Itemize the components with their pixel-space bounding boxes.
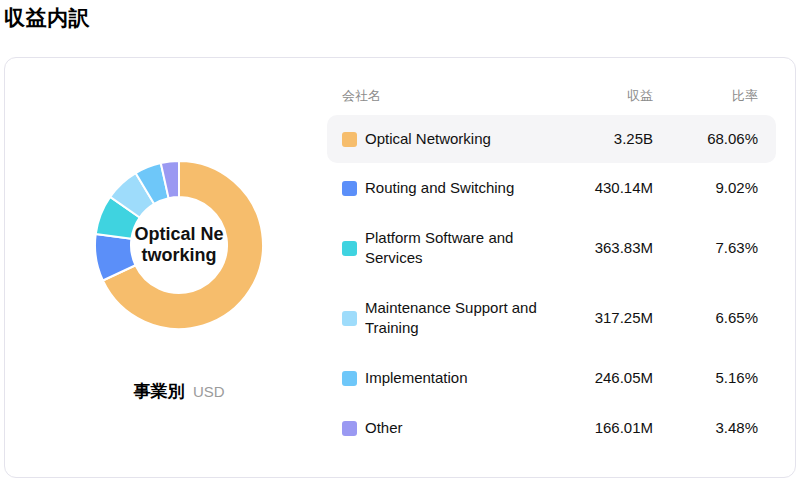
donut-center-label-line2: tworking <box>134 245 223 266</box>
breakdown-table: 会社名 収益 比率 Optical Networking 3.25B 68.06… <box>327 58 795 477</box>
segment-revenue: 3.25B <box>563 129 653 149</box>
segment-name: Platform Software and Services <box>365 228 563 268</box>
table-header-ratio: 比率 <box>653 87 758 105</box>
table-row[interactable]: Other 166.01M 3.48% <box>327 403 776 453</box>
donut-chart[interactable]: Optical Ne tworking <box>91 157 267 333</box>
chart-caption-label: 事業別 <box>133 382 184 401</box>
segment-revenue: 317.25M <box>563 308 653 328</box>
segment-revenue: 430.14M <box>563 178 653 198</box>
table-row[interactable]: Implementation 246.05M 5.16% <box>327 353 776 403</box>
legend-swatch-icon <box>342 421 357 436</box>
legend-swatch-icon <box>342 132 357 147</box>
segment-name: Maintenance Support and Training <box>365 298 563 338</box>
table-header-row: 会社名 収益 比率 <box>327 87 776 105</box>
chart-panel: Optical Ne tworking 事業別 USD <box>5 58 327 477</box>
table-row[interactable]: Routing and Switching 430.14M 9.02% <box>327 163 776 213</box>
segment-name: Optical Networking <box>365 129 563 149</box>
legend-swatch-icon <box>342 311 357 326</box>
table-row[interactable]: Optical Networking 3.25B 68.06% <box>327 115 776 163</box>
segment-name: Implementation <box>365 368 563 388</box>
table-header-revenue: 収益 <box>563 87 653 105</box>
segment-ratio: 68.06% <box>653 129 758 149</box>
table-header-name: 会社名 <box>342 87 563 105</box>
segment-ratio: 9.02% <box>653 178 758 198</box>
segment-revenue: 166.01M <box>563 418 653 438</box>
legend-swatch-icon <box>342 181 357 196</box>
chart-caption: 事業別 USD <box>5 380 353 403</box>
segment-ratio: 3.48% <box>653 418 758 438</box>
revenue-breakdown-card: Optical Ne tworking 事業別 USD 会社名 収益 比率 Op… <box>4 57 796 478</box>
segment-revenue: 363.83M <box>563 238 653 258</box>
page-title: 収益内訳 <box>4 4 90 32</box>
table-row[interactable]: Platform Software and Services 363.83M 7… <box>327 213 776 283</box>
segment-name: Routing and Switching <box>365 178 563 198</box>
donut-center-label: Optical Ne tworking <box>134 224 223 266</box>
segment-name: Other <box>365 418 563 438</box>
segment-ratio: 6.65% <box>653 308 758 328</box>
donut-center-label-line1: Optical Ne <box>134 224 223 245</box>
chart-caption-unit: USD <box>193 383 225 400</box>
table-row[interactable]: Maintenance Support and Training 317.25M… <box>327 283 776 353</box>
segment-ratio: 5.16% <box>653 368 758 388</box>
segment-revenue: 246.05M <box>563 368 653 388</box>
legend-swatch-icon <box>342 241 357 256</box>
segment-ratio: 7.63% <box>653 238 758 258</box>
